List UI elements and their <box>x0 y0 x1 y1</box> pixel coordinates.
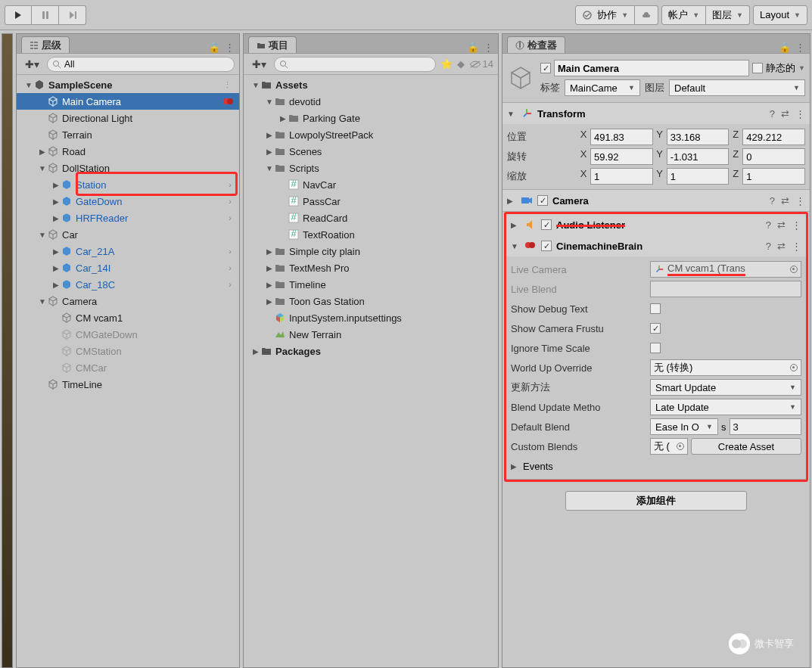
audiolistener-header[interactable]: ▶Audio Listener?⇄⋮ <box>506 214 806 235</box>
project-add-button[interactable]: ✚▾ <box>248 57 269 72</box>
cmstation-node[interactable]: CMStation <box>17 343 239 359</box>
menu-icon[interactable]: ⋮ <box>795 108 805 120</box>
cloud-button[interactable] <box>635 5 658 25</box>
cmvcam1-node[interactable]: CM vcam1 <box>17 309 239 326</box>
pos-z[interactable]: 429.212 <box>742 129 805 145</box>
help-icon[interactable]: ? <box>766 241 771 252</box>
project-search[interactable] <box>274 57 436 72</box>
pause-button[interactable] <box>32 5 59 25</box>
station-node[interactable]: ▶Station› <box>17 176 239 193</box>
scale-y[interactable]: 1 <box>667 168 730 185</box>
passcar-node[interactable]: #PassCar <box>244 193 498 210</box>
brain-enabled[interactable] <box>541 241 552 251</box>
play-button[interactable] <box>5 5 32 25</box>
help-icon[interactable]: ? <box>770 195 775 207</box>
inspector-tab[interactable]: i检查器 <box>507 36 565 53</box>
gatedown-node[interactable]: ▶GateDown› <box>17 193 239 210</box>
transform-header[interactable]: ▼Transform?⇄⋮ <box>502 103 810 124</box>
timeline-node[interactable]: TimeLine <box>17 376 239 393</box>
world-up-field[interactable]: 无 (转换) <box>650 359 801 376</box>
pos-y[interactable]: 33.168 <box>667 129 730 145</box>
camera-node[interactable]: ▼Camera <box>17 293 239 309</box>
static-checkbox[interactable] <box>752 63 763 73</box>
create-asset-button[interactable]: Create Asset <box>691 438 801 455</box>
menu-icon[interactable]: ⋮ <box>792 241 801 252</box>
preset-icon[interactable]: ⇄ <box>781 108 789 120</box>
main-camera-node[interactable]: Main Camera <box>17 93 239 110</box>
devotid-node[interactable]: ▼devotid <box>244 93 498 110</box>
parking-gate-node[interactable]: ▶Parking Gate <box>244 110 498 126</box>
custom-blends-field[interactable]: 无 ( <box>650 438 688 455</box>
hierarchy-tab[interactable]: 层级 <box>21 36 70 53</box>
collab-dropdown[interactable]: 协作▼ <box>575 5 635 25</box>
rot-y[interactable]: -1.031 <box>667 148 730 165</box>
scene-node[interactable]: ▼SampleScene⋮ <box>17 76 239 93</box>
lowpoly-node[interactable]: ▶LowpolyStreetPack <box>244 126 498 143</box>
preset-icon[interactable]: ⇄ <box>781 195 789 207</box>
project-tab[interactable]: 项目 <box>248 36 297 53</box>
scripts-node[interactable]: ▼Scripts <box>244 160 498 176</box>
account-dropdown[interactable]: 帐户▼ <box>661 5 706 25</box>
show-frustum-checkbox[interactable] <box>650 323 661 334</box>
road-node[interactable]: ▶Road <box>17 143 239 160</box>
ignore-ts-checkbox[interactable] <box>650 343 661 353</box>
layout-dropdown[interactable]: Layout▼ <box>753 5 807 25</box>
hierarchy-search-input[interactable] <box>64 59 229 70</box>
gameobject-name-field[interactable]: Main Camera <box>554 60 749 76</box>
simplecity-node[interactable]: ▶Simple city plain <box>244 243 498 259</box>
active-checkbox[interactable] <box>540 63 551 73</box>
add-component-button[interactable]: 添加组件 <box>565 491 747 511</box>
events-label[interactable]: Events <box>523 461 553 472</box>
dollstation-node[interactable]: ▼DollStation <box>17 160 239 176</box>
panel-lock-icon[interactable]: 🔒 <box>779 42 791 53</box>
scene-menu-icon[interactable]: ⋮ <box>220 80 235 90</box>
scale-z[interactable]: 1 <box>742 168 805 185</box>
packages-node[interactable]: ▶Packages <box>244 343 498 359</box>
default-blend-duration[interactable]: 3 <box>730 418 802 435</box>
layers-dropdown[interactable]: 图层▼ <box>706 5 750 25</box>
navcar-node[interactable]: #NavCar <box>244 176 498 193</box>
toongas-node[interactable]: ▶Toon Gas Station <box>244 293 498 309</box>
hierarchy-search[interactable] <box>47 57 235 72</box>
newterrain-node[interactable]: New Terrain <box>244 326 498 343</box>
cmgatedown-node[interactable]: CMGateDown <box>17 326 239 343</box>
update-method-dropdown[interactable]: Smart Update▼ <box>650 379 801 396</box>
step-button[interactable] <box>59 5 86 25</box>
camera-header[interactable]: ▶Camera?⇄⋮ <box>502 190 810 211</box>
scenes-node[interactable]: ▶Scenes <box>244 143 498 160</box>
default-blend-dropdown[interactable]: Ease In O▼ <box>650 418 718 435</box>
preset-icon[interactable]: ⇄ <box>777 241 786 252</box>
pos-x[interactable]: 491.83 <box>590 129 653 145</box>
layer-dropdown[interactable]: Default▼ <box>669 79 805 96</box>
terrain-node[interactable]: Terrain <box>17 126 239 143</box>
show-debug-checkbox[interactable] <box>650 303 661 314</box>
cmcar-node[interactable]: CMCar <box>17 359 239 376</box>
project-search-input[interactable] <box>291 59 431 70</box>
scale-x[interactable]: 1 <box>590 168 653 185</box>
textrotation-node[interactable]: #TextRoation <box>244 226 498 243</box>
hrfreader-node[interactable]: ▶HRFReader› <box>17 210 239 226</box>
camera-enabled[interactable] <box>537 195 548 206</box>
car21a-node[interactable]: ▶Car_21A› <box>17 243 239 259</box>
directional-light-node[interactable]: Directional Light <box>17 110 239 126</box>
live-camera-field[interactable]: CM vcam1 (Trans <box>650 261 801 278</box>
brain-header[interactable]: ▼CinemachineBrain?⇄⋮ <box>506 235 806 256</box>
panel-lock-icon[interactable]: 🔒 <box>467 42 479 53</box>
help-icon[interactable]: ? <box>770 108 775 120</box>
panel-menu-icon[interactable]: ⋮ <box>795 42 805 53</box>
car-node[interactable]: ▼Car <box>17 226 239 243</box>
inputsystem-node[interactable]: InputSystem.inputsettings <box>244 309 498 326</box>
car14i-node[interactable]: ▶Car_14I› <box>17 259 239 276</box>
rot-x[interactable]: 59.92 <box>590 148 653 165</box>
hierarchy-add-button[interactable]: ✚▾ <box>21 57 42 72</box>
car18c-node[interactable]: ▶Car_18C› <box>17 276 239 293</box>
favorites-icon[interactable]: ⭐ <box>440 58 453 70</box>
rot-z[interactable]: 0 <box>742 148 805 165</box>
blend-update-dropdown[interactable]: Late Update▼ <box>650 399 801 415</box>
label-icon[interactable]: ◆ <box>457 58 465 70</box>
readcard-node[interactable]: #ReadCard <box>244 210 498 226</box>
panel-lock-icon[interactable]: 🔒 <box>208 42 220 53</box>
panel-menu-icon[interactable]: ⋮ <box>225 42 235 53</box>
audio-enabled[interactable] <box>541 219 552 230</box>
hidden-icon[interactable]: 14 <box>469 58 493 70</box>
